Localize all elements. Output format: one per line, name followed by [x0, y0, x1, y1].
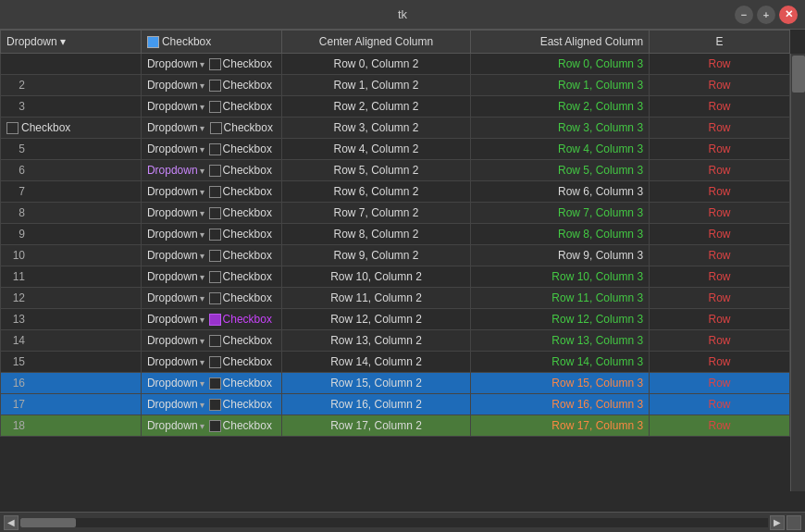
close-button[interactable]: ✕ [779, 6, 798, 24]
east-value: Row 11, Column 3 [551, 291, 643, 304]
east-value: Row 16, Column 3 [551, 398, 643, 411]
cell-col-b: Dropdown ▾ Checkbox [141, 309, 281, 330]
dropdown-icon[interactable]: ▾ [200, 421, 204, 431]
scrollbar-thumb[interactable] [792, 56, 805, 93]
vertical-scrollbar[interactable] [790, 54, 805, 491]
cell-col-e: Row [650, 415, 790, 437]
dropdown-icon[interactable]: ▾ [200, 336, 204, 346]
header-checkbox-icon[interactable] [147, 36, 159, 48]
dropdown-icon[interactable]: ▾ [200, 229, 204, 240]
dropdown-icon[interactable]: ▾ [200, 59, 204, 69]
header-col-east[interactable]: East Aligned Column [471, 31, 650, 54]
table-row: 10 Dropdown ▾ Checkbox Row 9, Column 2Ro… [1, 245, 790, 266]
checkbox-box[interactable] [209, 80, 221, 92]
cell-col-b: Dropdown ▾ Checkbox [141, 203, 281, 224]
checkbox-box[interactable] [209, 335, 221, 347]
cell-col-center: Row 11, Column 2 [281, 288, 470, 309]
checkbox-box[interactable] [209, 165, 221, 177]
cell-col-a: 15 [1, 352, 142, 373]
cell-col-center: Row 12, Column 2 [281, 309, 470, 330]
checkbox-box[interactable] [209, 101, 221, 113]
east-value: Row 9, Column 3 [558, 249, 643, 262]
cell-col-a: 16 [1, 373, 142, 394]
cell-col-e: Row [650, 394, 790, 415]
checkbox-box[interactable] [209, 292, 221, 304]
dropdown-icon[interactable]: ▾ [200, 144, 204, 155]
east-value: Row 3, Column 3 [558, 121, 643, 134]
checkbox-box[interactable] [209, 58, 221, 70]
cell-col-a: 14 [1, 330, 142, 352]
dropdown-icon[interactable]: ▾ [200, 187, 204, 197]
checkbox-box[interactable] [209, 271, 221, 283]
cell-col-e: Row [650, 203, 790, 224]
table-row: 9 Dropdown ▾ Checkbox Row 8, Column 2Row… [1, 224, 790, 245]
checkbox-box[interactable] [209, 314, 221, 326]
dropdown-label: Dropdown [147, 121, 198, 134]
cell-col-b: Dropdown ▾ Checkbox [141, 352, 281, 373]
checkbox-box[interactable] [209, 377, 221, 390]
dropdown-icon[interactable]: ▾ [200, 272, 204, 282]
table-row: 2 Dropdown ▾ Checkbox Row 1, Column 2Row… [1, 75, 790, 96]
checkbox-box[interactable] [209, 186, 221, 198]
cell-col-east: Row 7, Column 3 [471, 203, 650, 224]
corner-widget [786, 515, 801, 530]
cell-col-a: 10 [1, 245, 142, 266]
header-col-e[interactable]: E [650, 31, 790, 54]
cell-col-e: Row [650, 245, 790, 266]
checkbox-box[interactable] [209, 229, 221, 241]
table-row: 16 Dropdown ▾ Checkbox Row 15, Column 2R… [1, 373, 790, 394]
dropdown-icon[interactable]: ▾ [200, 293, 204, 303]
dropdown-icon[interactable]: ▾ [200, 102, 204, 112]
dropdown-icon[interactable]: ▾ [200, 400, 204, 410]
scroll-right-button[interactable]: ▶ [770, 515, 785, 530]
cell-col-e: Row [650, 181, 790, 203]
row-number: 2 [6, 79, 25, 92]
cell-col-b: Dropdown ▾ Checkbox [141, 373, 281, 394]
east-value: Row 14, Column 3 [551, 355, 643, 368]
checkbox-box[interactable] [209, 207, 221, 219]
minimize-button[interactable]: − [735, 6, 753, 24]
cell-col-e: Row [650, 288, 790, 309]
cell-col-center: Row 14, Column 2 [281, 352, 470, 373]
cell-col-b: Dropdown ▾ Checkbox [141, 266, 281, 288]
checkbox-box[interactable] [209, 420, 221, 432]
checkbox-text: Checkbox [223, 419, 272, 432]
checkbox-text: Checkbox [223, 79, 272, 92]
header-col-center[interactable]: Center Aligned Column [281, 31, 470, 54]
dropdown-icon[interactable]: ▾ [200, 315, 204, 325]
checkbox-text: Checkbox [223, 185, 272, 198]
dropdown-icon[interactable]: ▾ [200, 378, 204, 389]
dropdown-icon[interactable]: ▾ [200, 80, 204, 91]
cell-col-e: Row [650, 54, 790, 75]
cell-col-e: Row [650, 266, 790, 288]
scroll-left-button[interactable]: ◀ [4, 515, 19, 530]
dropdown-icon[interactable]: ▾ [200, 251, 204, 261]
dropdown-arrow-icon[interactable]: ▾ [200, 123, 204, 133]
east-value: Row 0, Column 3 [558, 57, 643, 70]
checkbox-box[interactable] [209, 356, 221, 368]
checkbox-box[interactable] [209, 143, 221, 155]
dropdown-icon[interactable]: ▾ [200, 357, 204, 367]
cell-col-center: Row 3, Column 2 [281, 118, 470, 139]
checkbox-text: Checkbox [223, 164, 272, 177]
cell-col-e: Row [650, 139, 790, 160]
dropdown-icon[interactable]: ▾ [200, 166, 204, 176]
checkbox-icon[interactable] [210, 122, 222, 134]
cell-col-east: Row 0, Column 3 [471, 54, 650, 75]
maximize-button[interactable]: + [757, 6, 775, 24]
checkbox-text: Checkbox [223, 355, 272, 368]
header-col-b[interactable]: Checkbox [141, 31, 281, 54]
table-row: Checkbox Dropdown ▾ Checkbox Row 3, Colu… [1, 118, 790, 139]
cell-col-e: Row [650, 96, 790, 118]
cell-col-a: 5 [1, 139, 142, 160]
scroll-thumb[interactable] [20, 518, 76, 527]
row-number: 11 [6, 270, 25, 283]
header-col-a[interactable]: Dropdown ▾ [1, 31, 142, 54]
checkbox-icon[interactable] [6, 122, 19, 134]
checkbox-box[interactable] [209, 399, 221, 411]
cell-col-center: Row 13, Column 2 [281, 330, 470, 352]
checkbox-box[interactable] [209, 250, 221, 262]
cell-col-e: Row [650, 118, 790, 139]
col-e-value: Row [709, 228, 731, 241]
dropdown-icon[interactable]: ▾ [200, 208, 204, 218]
